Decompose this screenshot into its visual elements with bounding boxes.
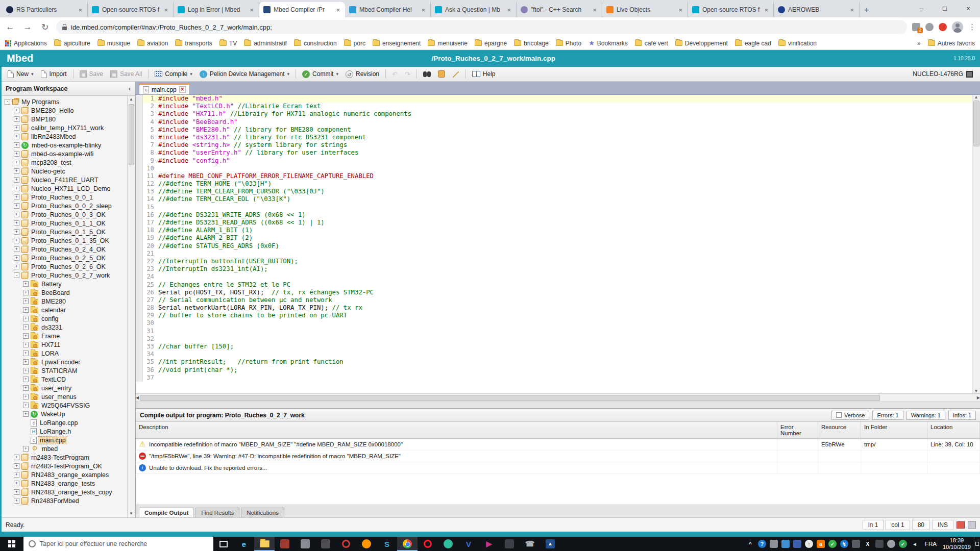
tree-item[interactable]: +Nucleo_HX711_LCD_Demo xyxy=(2,184,127,193)
code-line[interactable]: 35//int printResult; //return from print… xyxy=(136,358,972,366)
find-button[interactable] xyxy=(420,70,434,79)
taskbar-clock[interactable]: 18:39 10/10/2019 xyxy=(940,537,974,550)
browser-tab[interactable]: Mbed Compiler Hel× xyxy=(345,2,431,17)
breakpoint-margin[interactable] xyxy=(136,188,143,195)
bookmark-item[interactable]: Développement xyxy=(675,40,728,47)
tree-item[interactable]: +Nucleo-getc xyxy=(2,167,127,176)
pen-icon[interactable] xyxy=(875,540,884,548)
language-indicator[interactable]: FRA xyxy=(922,541,940,547)
code-line[interactable]: 14//#define TERM_CLEAR_EOL ("\033[K") xyxy=(136,195,972,203)
tree-expander-icon[interactable]: + xyxy=(14,125,19,131)
scroll-right-icon[interactable]: ▶ xyxy=(977,395,980,400)
tree-item[interactable]: +RN2483_orange_tests xyxy=(2,479,127,488)
tree-item[interactable]: +calendar xyxy=(2,306,127,314)
tab-close-icon[interactable]: × xyxy=(592,6,598,14)
tab-close-icon[interactable]: × xyxy=(763,6,769,14)
bookmark-item[interactable]: administratif xyxy=(244,40,287,47)
forward-icon[interactable]: → xyxy=(21,22,34,32)
tree-expander-icon[interactable]: + xyxy=(14,498,19,504)
code-line[interactable]: 18//#define ALARM_1_BIT (1) xyxy=(136,227,972,234)
opera-icon[interactable] xyxy=(418,537,438,551)
browser-tab[interactable]: "ftoi" - C++ Search× xyxy=(517,2,602,17)
excel-black-icon[interactable]: X xyxy=(864,540,872,548)
scrollbar-thumb[interactable] xyxy=(140,395,880,401)
bookmark-item[interactable]: Applications xyxy=(5,40,47,47)
browser-tab[interactable]: Open-source RTOS f× xyxy=(688,2,774,17)
collapse-sidebar-icon[interactable]: ‹ xyxy=(129,85,131,92)
tree-item[interactable]: +Proto_Ruches_0_1_35_OK xyxy=(2,236,127,245)
code-line[interactable]: 27// Serial communication between µc and… xyxy=(136,296,972,304)
breakpoint-margin[interactable] xyxy=(136,289,143,296)
tree-item[interactable]: +↻WakeUp xyxy=(2,410,127,418)
tree-item[interactable]: cLoRange.cpp xyxy=(2,418,127,427)
editor-vscrollbar[interactable]: ▲ ▼ xyxy=(972,95,980,393)
tree-item[interactable]: +⚙mbed xyxy=(2,444,127,453)
phone-icon[interactable]: ☎ xyxy=(520,537,540,551)
tree-item[interactable]: +STATICRAM xyxy=(2,366,127,375)
bookmark-item[interactable]: porc xyxy=(344,40,365,47)
code-line[interactable]: 25// Echanges entre le STM32 et le PC xyxy=(136,281,972,289)
help-button[interactable]: Help xyxy=(469,69,499,79)
tree-item[interactable]: +rn2483-TestProgram xyxy=(2,453,127,462)
tree-item[interactable]: +libRn2483Mbed xyxy=(2,132,127,141)
output-row-description[interactable]: iUnable to download. Fix the reported er… xyxy=(136,462,777,474)
bookmark-item[interactable]: bricolage xyxy=(514,40,549,47)
edge-icon[interactable]: e xyxy=(234,537,254,551)
tree-expander-icon[interactable]: + xyxy=(14,489,19,495)
output-row-error-number[interactable] xyxy=(777,462,818,474)
code-line[interactable]: 5#include "BME280.h" // library for BME2… xyxy=(136,126,972,134)
column-header-location[interactable]: Location xyxy=(927,422,980,439)
bookmark-item[interactable]: épargne xyxy=(475,40,507,47)
breakpoint-margin[interactable] xyxy=(136,211,143,219)
tree-expander-icon[interactable]: + xyxy=(23,316,29,321)
maximize-button[interactable]: □ xyxy=(933,0,957,17)
scroll-up-icon[interactable]: ▲ xyxy=(129,96,133,103)
column-header-error-number[interactable]: Error Number xyxy=(777,422,818,439)
breakpoint-margin[interactable] xyxy=(136,180,143,188)
tree-expander-icon[interactable]: + xyxy=(14,186,19,191)
tree-expander-icon[interactable]: + xyxy=(23,290,29,295)
tree-item[interactable]: +Proto_Ruches_0_1_5_OK xyxy=(2,228,127,236)
tab-close-icon[interactable]: × xyxy=(506,6,512,14)
code-line[interactable]: 11#define MBED_CONF_PLATFORM_ERROR_FILEN… xyxy=(136,172,972,180)
browser-tab[interactable]: Open-source RTOS f× xyxy=(88,2,174,17)
breakpoint-margin[interactable] xyxy=(136,343,143,350)
scroll-left-icon[interactable]: ◀ xyxy=(136,395,139,400)
url-input[interactable]: ide.mbed.com/compiler/#nav:/Proto_Ruches… xyxy=(56,20,907,34)
chrome-icon[interactable] xyxy=(397,537,418,551)
avast-icon[interactable]: a xyxy=(817,540,825,548)
taskbar-search-input[interactable]: Taper ici pour effectuer une recherche xyxy=(23,537,213,551)
errors-filter-button[interactable]: Errors: 1 xyxy=(872,411,903,420)
code-line[interactable]: 12//#define TERM_HOME ("\033[H") xyxy=(136,180,972,188)
code-line[interactable]: 4#include "BeeBoard.h" xyxy=(136,118,972,126)
browser-tab[interactable]: Live Objects× xyxy=(602,2,688,17)
bookmark-item[interactable]: eagle cad xyxy=(735,40,771,47)
bookmark-item[interactable]: vinification xyxy=(778,40,817,47)
code-line[interactable]: 7#include <string.h> // systerm library … xyxy=(136,141,972,149)
output-row-description[interactable]: ⚠Incompatible redefinition of macro "MBE… xyxy=(136,439,777,450)
breakpoint-margin[interactable] xyxy=(136,95,143,103)
code-line[interactable]: 15 xyxy=(136,204,972,211)
browser-tab[interactable]: Ask a Question | Mb× xyxy=(431,2,517,17)
breakpoint-margin[interactable] xyxy=(136,134,143,141)
help-tray-icon[interactable]: ? xyxy=(758,540,766,548)
tree-item[interactable]: +Nucleo_F411RE_UART xyxy=(2,176,127,184)
code-line[interactable]: 28Serial networkUart(LORA_RX_PIN, LORA_T… xyxy=(136,304,972,312)
keyboard-status-icon[interactable] xyxy=(957,521,965,529)
output-row-resource[interactable] xyxy=(818,450,861,462)
breakpoint-margin[interactable] xyxy=(136,118,143,126)
tree-expander-icon[interactable]: + xyxy=(23,307,29,313)
output-row-location[interactable] xyxy=(927,462,980,474)
tree-expander-icon[interactable]: + xyxy=(14,455,19,460)
code-line[interactable]: 2#include "TextLCD.h" //Librairie Ecran … xyxy=(136,103,972,110)
column-header-description[interactable]: Description xyxy=(136,422,777,439)
tab-close-icon[interactable]: × xyxy=(677,6,683,14)
verbose-checkbox[interactable] xyxy=(836,412,842,418)
volume-icon[interactable]: ◄ xyxy=(911,540,919,548)
browser-tab[interactable]: Log in Error | Mbed× xyxy=(174,2,259,17)
tree-expander-icon[interactable]: + xyxy=(14,463,19,469)
tree-item[interactable]: +Proto_Ruches_0_0_1 xyxy=(2,193,127,202)
revision-button[interactable]: ↺Revision xyxy=(342,69,382,80)
tree-item[interactable]: +RN2483_orange_examples xyxy=(2,470,127,479)
tree-expander-icon[interactable]: + xyxy=(23,350,29,356)
